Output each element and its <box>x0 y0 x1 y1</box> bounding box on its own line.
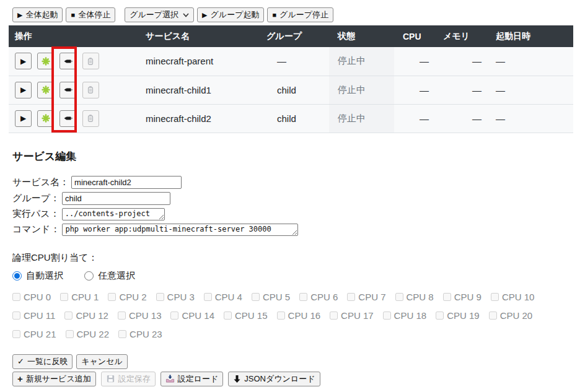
cpu-cell: — <box>394 47 431 76</box>
stop-all-button[interactable]: ■ 全体停止 <box>66 7 115 22</box>
download-arrow-icon <box>233 375 241 383</box>
row-delete-button[interactable] <box>82 53 99 69</box>
cpu-checkbox-item: CPU 16 <box>277 310 321 321</box>
radio-auto-input[interactable] <box>12 271 22 281</box>
row-edit-button[interactable] <box>59 82 76 98</box>
cpu-checkbox[interactable] <box>330 311 338 320</box>
row-delete-button[interactable] <box>82 82 99 98</box>
cpu-checkbox-label: CPU 7 <box>358 292 385 302</box>
cpu-checkbox[interactable] <box>108 293 116 301</box>
cpu-assign-label: 論理CPU割り当て： <box>12 252 585 264</box>
cpu-checkbox[interactable] <box>347 293 355 301</box>
row-edit-button[interactable] <box>59 53 76 69</box>
cpu-checkbox[interactable] <box>66 330 74 338</box>
pencil-icon <box>63 56 73 66</box>
cpu-checkbox[interactable] <box>252 293 260 301</box>
radio-auto-select[interactable]: 自動選択 <box>12 270 63 282</box>
cpu-checkbox[interactable] <box>224 311 232 320</box>
group-stop-button[interactable]: ■ グループ停止 <box>267 7 333 22</box>
cpu-checkbox[interactable] <box>204 293 212 301</box>
save-config-button[interactable]: 設定保存 <box>101 372 156 386</box>
cpu-checkbox[interactable] <box>12 311 20 320</box>
cpu-checkbox-label: CPU 16 <box>288 310 321 321</box>
command-textarea[interactable]: php worker app:udpmulti-minecraft-server… <box>62 224 298 236</box>
cpu-checkbox-label: CPU 9 <box>454 292 482 302</box>
cancel-button[interactable]: キャンセル <box>76 354 128 369</box>
start-time-cell: — <box>484 47 573 76</box>
row-restart-button[interactable] <box>37 82 54 98</box>
cpu-grid: CPU 0CPU 1CPU 2CPU 3CPU 4CPU 5CPU 6CPU 7… <box>12 292 585 339</box>
table-row: ▶ minecraft-parent — 停止中 — — — <box>9 47 573 76</box>
cpu-checkbox[interactable] <box>395 293 403 301</box>
row-delete-button[interactable] <box>82 110 99 127</box>
service-edit-form: サービス名： グループ： 実行パス： ../contents-project コ… <box>12 176 585 236</box>
json-download-button[interactable]: JSONダウンロード <box>228 372 320 386</box>
group-start-button[interactable]: ▶ グループ起動 <box>197 7 264 22</box>
add-service-button[interactable]: + 新規サービス追加 <box>12 372 96 386</box>
cpu-checkbox[interactable] <box>277 311 285 320</box>
cpu-checkbox-item: CPU 8 <box>395 292 434 302</box>
row-restart-button[interactable] <box>37 53 54 69</box>
radio-manual-select[interactable]: 任意選択 <box>84 270 135 282</box>
cpu-checkbox[interactable] <box>489 311 497 320</box>
cpu-checkbox-item: CPU 11 <box>12 310 55 321</box>
cpu-checkbox-label: CPU 22 <box>77 329 110 339</box>
cpu-checkbox[interactable] <box>299 293 307 301</box>
apply-button[interactable]: ✓ 一覧に反映 <box>12 354 73 369</box>
plus-icon: + <box>17 374 23 383</box>
check-icon: ✓ <box>17 357 24 366</box>
cpu-checkbox-item: CPU 12 <box>64 310 108 321</box>
cpu-cell: — <box>394 104 431 133</box>
cpu-checkbox[interactable] <box>118 311 126 320</box>
stop-icon: ■ <box>71 12 75 19</box>
play-icon: ▶ <box>20 86 26 94</box>
cpu-checkbox[interactable] <box>436 311 444 320</box>
row-start-button[interactable]: ▶ <box>15 53 32 69</box>
group-select-dropdown[interactable]: グループ選択 <box>125 7 194 22</box>
exec-path-label: 実行パス： <box>12 208 59 220</box>
row-start-button[interactable]: ▶ <box>15 110 32 127</box>
radio-manual-label: 任意選択 <box>98 270 135 282</box>
cpu-checkbox[interactable] <box>383 311 391 320</box>
cpu-checkbox[interactable] <box>491 293 499 301</box>
row-start-button[interactable]: ▶ <box>15 82 32 98</box>
cpu-checkbox-item: CPU 3 <box>156 292 195 302</box>
cpu-checkbox-label: CPU 21 <box>24 329 56 339</box>
cpu-checkbox-item: CPU 0 <box>12 292 51 302</box>
radio-manual-input[interactable] <box>84 271 94 281</box>
group-stop-label: グループ停止 <box>279 9 328 20</box>
cpu-checkbox-item: CPU 4 <box>204 292 242 302</box>
sparkle-icon <box>41 85 51 95</box>
group-input[interactable] <box>62 192 170 205</box>
exec-path-textarea[interactable]: ../contents-project <box>62 208 165 220</box>
cpu-checkbox[interactable] <box>443 293 451 301</box>
column-header-cpu: CPU <box>394 25 431 47</box>
cpu-checkbox-label: CPU 10 <box>502 292 535 302</box>
start-all-button[interactable]: ▶ 全体起動 <box>12 7 63 22</box>
table-header-row: 操作 サービス名 グループ 状態 CPU メモリ 起動日時 <box>9 25 573 47</box>
cpu-checkbox[interactable] <box>12 293 20 301</box>
group-select-label: グループ選択 <box>130 9 178 20</box>
column-header-status: 状態 <box>329 25 394 47</box>
row-edit-button[interactable] <box>59 110 76 127</box>
trash-icon <box>86 56 95 66</box>
command-label: コマンド： <box>12 224 59 235</box>
cpu-checkbox[interactable] <box>170 311 178 320</box>
cpu-checkbox[interactable] <box>64 311 73 320</box>
cpu-checkbox[interactable] <box>60 293 68 301</box>
group-cell: — <box>258 47 329 76</box>
memory-cell: — <box>431 47 484 76</box>
load-config-button[interactable]: 設定ロード <box>161 372 224 386</box>
stop-icon: ■ <box>272 12 276 19</box>
trash-icon <box>86 113 95 123</box>
cpu-checkbox[interactable] <box>118 330 126 338</box>
cpu-checkbox-item: CPU 20 <box>489 310 533 321</box>
row-restart-button[interactable] <box>37 110 54 127</box>
cpu-checkbox[interactable] <box>12 330 20 338</box>
service-name-input[interactable] <box>71 176 182 189</box>
start-time-cell: — <box>484 76 573 104</box>
cpu-checkbox[interactable] <box>156 293 164 301</box>
sparkle-icon <box>41 56 51 66</box>
play-icon: ▶ <box>20 115 26 122</box>
cpu-checkbox-item: CPU 13 <box>118 310 162 321</box>
